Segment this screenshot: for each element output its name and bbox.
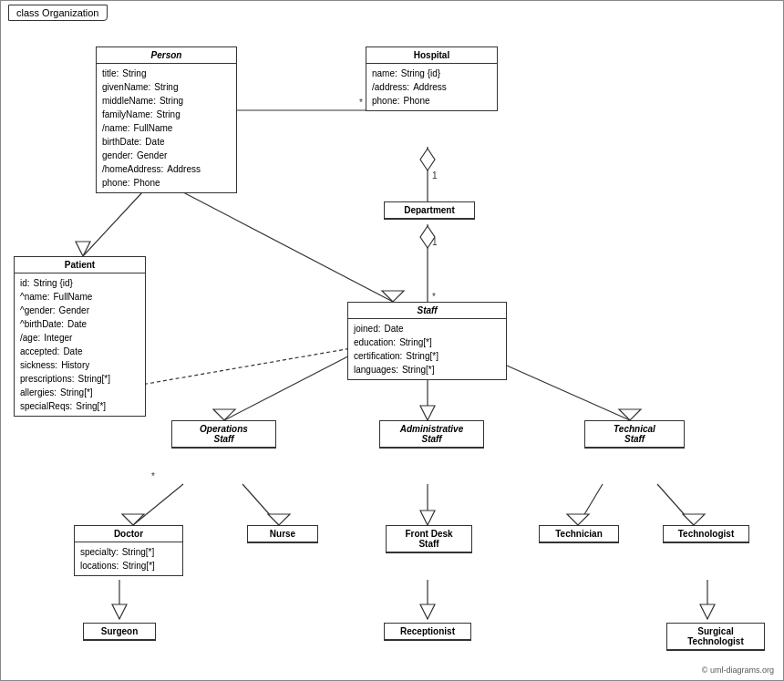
svg-text:*: *: [432, 292, 436, 302]
person-attrs: title:String givenName:String middleName…: [97, 64, 236, 192]
svg-line-9: [224, 347, 366, 420]
svg-text:*: *: [359, 98, 363, 108]
staff-attrs: joined:Date education:String[*] certific…: [348, 319, 506, 379]
svg-text:*: *: [151, 471, 155, 481]
svg-marker-14: [619, 409, 641, 420]
hospital-attrs: name:String {id} /address:Address phone:…: [366, 64, 497, 110]
svg-marker-24: [683, 514, 705, 525]
svg-line-15: [133, 484, 183, 525]
patient-attrs: id:String {id} ^name:FullName ^gender:Ge…: [15, 273, 145, 416]
technologist-title: Technologist: [664, 526, 748, 542]
person-box: Person title:String givenName:String mid…: [96, 46, 237, 193]
front-desk-staff-title: Front Desk Staff: [387, 526, 471, 552]
doctor-attrs: specialty:String[*] locations:String[*]: [75, 542, 182, 575]
svg-marker-16: [122, 514, 144, 525]
department-title: Department: [385, 202, 474, 219]
patient-box: Patient id:String {id} ^name:FullName ^g…: [14, 256, 146, 417]
svg-marker-18: [268, 514, 290, 525]
svg-marker-12: [420, 406, 435, 420]
operations-staff-box: Operations Staff: [171, 420, 276, 449]
staff-title: Staff: [348, 303, 506, 319]
svg-line-5: [83, 192, 142, 256]
hospital-title: Hospital: [366, 47, 497, 64]
svg-marker-22: [567, 514, 589, 525]
operations-staff-title: Operations Staff: [172, 421, 275, 448]
person-title: Person: [97, 47, 236, 64]
doctor-box: Doctor specialty:String[*] locations:Str…: [74, 525, 183, 576]
svg-marker-4: [420, 226, 435, 248]
administrative-staff-title: Administrative Staff: [380, 421, 483, 448]
receptionist-title: Receptionist: [385, 624, 470, 640]
svg-line-17: [242, 484, 279, 525]
hospital-box: Hospital name:String {id} /address:Addre…: [366, 46, 498, 111]
doctor-title: Doctor: [75, 526, 182, 542]
svg-marker-8: [382, 291, 404, 302]
technologist-box: Technologist: [663, 525, 749, 543]
surgeon-box: Surgeon: [83, 623, 156, 641]
svg-marker-10: [213, 409, 235, 420]
svg-line-23: [657, 484, 694, 525]
svg-marker-20: [420, 511, 435, 525]
svg-line-21: [578, 484, 603, 525]
svg-text:1: 1: [432, 237, 438, 247]
svg-marker-30: [700, 604, 715, 619]
administrative-staff-box: Administrative Staff: [379, 420, 484, 449]
svg-marker-2: [420, 149, 435, 170]
svg-marker-6: [76, 242, 90, 256]
nurse-box: Nurse: [247, 525, 318, 543]
copyright: © uml-diagrams.org: [702, 666, 774, 675]
diagram-container: class Organization: [0, 0, 784, 681]
technician-box: Technician: [539, 525, 619, 543]
receptionist-box: Receptionist: [384, 623, 471, 641]
svg-marker-28: [420, 604, 435, 619]
diagram-title: class Organization: [8, 5, 108, 21]
svg-text:1: 1: [432, 170, 438, 181]
surgical-technologist-box: Surgical Technologist: [666, 623, 765, 651]
patient-title: Patient: [15, 257, 145, 273]
technical-staff-title: Technical Staff: [585, 421, 684, 448]
svg-marker-26: [112, 604, 127, 619]
technical-staff-box: Technical Staff: [584, 420, 685, 449]
department-box: Department: [384, 201, 475, 220]
staff-box: Staff joined:Date education:String[*] ce…: [347, 302, 507, 380]
nurse-title: Nurse: [248, 526, 317, 542]
surgical-technologist-title: Surgical Technologist: [667, 624, 764, 650]
svg-line-7: [183, 192, 393, 302]
surgeon-title: Surgeon: [84, 624, 155, 640]
technician-title: Technician: [540, 526, 618, 542]
front-desk-staff-box: Front Desk Staff: [386, 525, 472, 553]
